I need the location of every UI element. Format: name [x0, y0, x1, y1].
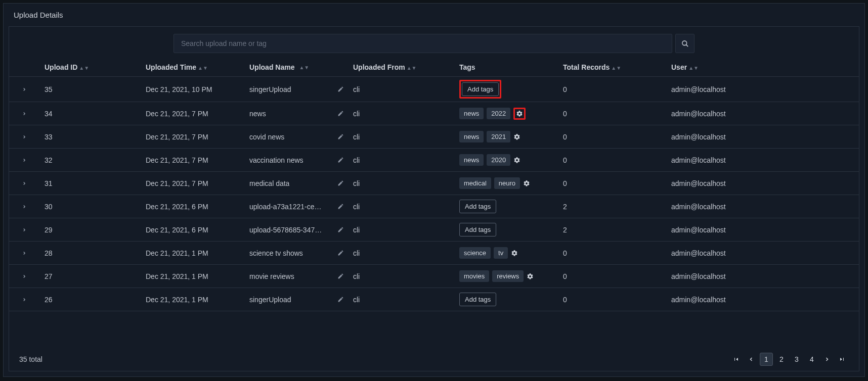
tag-pill[interactable]: movies [459, 270, 489, 282]
edit-name-icon[interactable] [337, 296, 344, 303]
tag-pill[interactable]: news [459, 108, 484, 119]
cell-tags: news2022 [459, 108, 563, 120]
cell-uploaded-time: Dec 21, 2021, 7 PM [146, 133, 249, 141]
expand-row-icon[interactable] [22, 227, 27, 232]
expand-row-icon[interactable] [22, 111, 27, 116]
cell-tags: Add tags [459, 80, 563, 99]
cell-upload-name: singerUpload [249, 296, 353, 304]
tag-pill[interactable]: medical [459, 177, 491, 189]
pager-last[interactable] [836, 353, 849, 366]
tag-pill[interactable]: tv [494, 247, 508, 259]
sort-icon: ▲▼ [407, 67, 417, 69]
search-input[interactable] [173, 34, 672, 53]
tag-pill[interactable]: news [459, 131, 484, 142]
cell-tags: Add tags [459, 293, 563, 306]
pager-first[interactable] [729, 353, 743, 366]
tag-pill[interactable]: reviews [492, 270, 524, 282]
cell-uploaded-time: Dec 21, 2021, 6 PM [146, 203, 249, 211]
table-row: 31Dec 21, 2021, 7 PMmedical dataclimedic… [9, 172, 859, 195]
edit-name-icon[interactable] [337, 250, 344, 256]
search-button[interactable] [675, 34, 695, 53]
cell-uploaded-from: cli [353, 226, 459, 234]
edit-name-icon[interactable] [337, 110, 344, 117]
edit-name-icon[interactable] [337, 133, 344, 140]
cell-upload-name: singerUpload [249, 85, 353, 93]
expand-row-icon[interactable] [22, 87, 27, 92]
cell-uploaded-from: cli [353, 133, 459, 141]
sort-icon: ▲▼ [299, 66, 309, 69]
table-row: 30Dec 21, 2021, 6 PMupload-a73a1221-ceb2… [9, 195, 859, 218]
cell-uploaded-time: Dec 21, 2021, 1 PM [146, 272, 249, 280]
cell-upload-id: 28 [39, 249, 146, 257]
edit-name-icon[interactable] [337, 273, 344, 279]
sort-icon: ▲▼ [688, 67, 699, 69]
col-upload-id[interactable]: Upload ID▲▼ [39, 63, 146, 71]
edit-name-icon[interactable] [337, 180, 344, 186]
gear-icon[interactable] [511, 250, 518, 257]
cell-upload-name: upload-a73a1221-ceb2-44 [249, 203, 353, 211]
table-row: 26Dec 21, 2021, 1 PMsingerUploadcliAdd t… [9, 288, 859, 311]
expand-row-icon[interactable] [22, 204, 27, 209]
add-tags-button[interactable]: Add tags [459, 200, 496, 213]
add-tags-button[interactable]: Add tags [459, 223, 496, 236]
cell-upload-name: vaccination news [249, 156, 353, 164]
pager-page[interactable]: 2 [775, 353, 788, 366]
tag-pill[interactable]: news [459, 154, 484, 166]
col-upload-name[interactable]: Upload Name▲▼ [249, 63, 353, 71]
sort-icon: ▲▼ [611, 67, 621, 69]
expand-row-icon[interactable] [22, 274, 27, 279]
tag-pill[interactable]: 2020 [487, 154, 510, 166]
pager-prev[interactable] [745, 353, 758, 366]
cell-uploaded-time: Dec 21, 2021, 7 PM [146, 110, 249, 118]
pager-page[interactable]: 4 [805, 353, 818, 366]
panel-title: Upload Details [4, 4, 864, 26]
pager-page[interactable]: 3 [790, 353, 803, 366]
cell-uploaded-time: Dec 21, 2021, 7 PM [146, 179, 249, 187]
gear-icon[interactable] [513, 157, 520, 164]
cell-user: admin@localhost [669, 249, 859, 257]
edit-name-icon[interactable] [337, 226, 344, 233]
edit-name-icon[interactable] [337, 203, 344, 210]
gear-icon[interactable] [516, 110, 523, 117]
highlight-box: Add tags [459, 80, 501, 99]
expand-row-icon[interactable] [22, 134, 27, 139]
cell-uploaded-time: Dec 21, 2021, 7 PM [146, 156, 249, 164]
expand-row-icon[interactable] [22, 158, 27, 163]
table-row: 29Dec 21, 2021, 6 PMupload-5678685-3479-… [9, 218, 859, 242]
add-tags-button[interactable]: Add tags [459, 293, 496, 306]
table-row: 33Dec 21, 2021, 7 PMcovid newsclinews202… [9, 125, 859, 149]
cell-user: admin@localhost [669, 110, 859, 118]
gear-icon[interactable] [527, 273, 534, 280]
pager-next[interactable] [820, 353, 834, 366]
cell-upload-id: 32 [39, 156, 146, 164]
col-total-records[interactable]: Total Records▲▼ [563, 63, 669, 71]
add-tags-button[interactable]: Add tags [462, 82, 499, 96]
tag-pill[interactable]: 2021 [487, 131, 510, 142]
col-uploaded-time[interactable]: Uploaded Time▲▼ [146, 63, 249, 71]
expand-row-icon[interactable] [22, 297, 27, 302]
table-header: Upload ID▲▼ Uploaded Time▲▼ Upload Name▲… [9, 58, 859, 77]
tag-pill[interactable]: neuro [494, 177, 520, 189]
cell-tags: moviesreviews [459, 270, 563, 282]
uploads-table: Upload ID▲▼ Uploaded Time▲▼ Upload Name▲… [9, 58, 859, 348]
gear-icon[interactable] [523, 180, 530, 187]
cell-total-records: 0 [563, 249, 669, 257]
tag-pill[interactable]: science [459, 247, 491, 259]
edit-name-icon[interactable] [337, 157, 344, 163]
svg-line-1 [686, 44, 688, 46]
cell-upload-id: 27 [39, 272, 146, 280]
cell-uploaded-from: cli [353, 249, 459, 257]
expand-row-icon[interactable] [22, 251, 27, 256]
cell-user: admin@localhost [669, 133, 859, 141]
expand-row-icon[interactable] [22, 181, 27, 186]
panel-body: Upload ID▲▼ Uploaded Time▲▼ Upload Name▲… [9, 26, 859, 371]
gear-icon[interactable] [513, 133, 520, 140]
cell-user: admin@localhost [669, 272, 859, 280]
tag-pill[interactable]: 2022 [487, 108, 510, 119]
cell-tags: sciencetv [459, 247, 563, 259]
sort-icon: ▲▼ [79, 67, 89, 69]
col-uploaded-from[interactable]: Uploaded From▲▼ [353, 63, 459, 71]
pager-page[interactable]: 1 [760, 353, 773, 366]
edit-name-icon[interactable] [337, 86, 344, 92]
col-user[interactable]: User▲▼ [669, 63, 859, 71]
